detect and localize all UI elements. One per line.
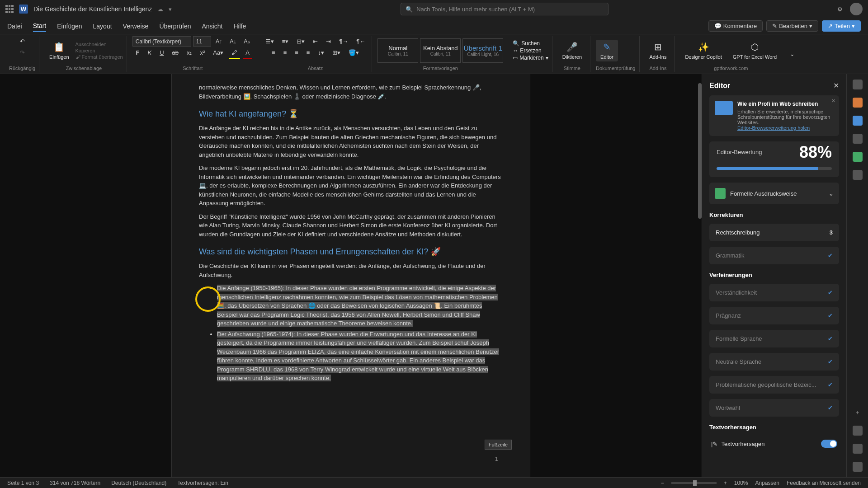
rail-add-icon[interactable]: ＋ xyxy=(853,408,863,418)
rtl-button[interactable]: ¶← xyxy=(354,36,368,47)
user-avatar[interactable] xyxy=(850,3,863,15)
tab-layout[interactable]: Layout xyxy=(93,21,112,32)
clear-format-button[interactable]: Aₓ xyxy=(241,36,253,47)
find-button[interactable]: 🔍 Suchen xyxy=(513,40,548,47)
style-heading1[interactable]: Überschrift 1 Calibri Light, 16 xyxy=(462,38,503,63)
rail-app-icon[interactable] xyxy=(853,170,863,180)
zoom-in-button[interactable]: + xyxy=(724,480,727,486)
word-count[interactable]: 314 von 718 Wörtern xyxy=(50,480,100,486)
feedback-link[interactable]: Feedback an Microsoft senden xyxy=(787,480,861,486)
predictions-toggle[interactable] xyxy=(821,440,837,448)
tab-ueberpruefen[interactable]: Überprüfen xyxy=(159,21,191,32)
tab-verweise[interactable]: Verweise xyxy=(123,21,149,32)
rail-app-icon[interactable] xyxy=(853,462,863,472)
paragraph[interactable]: Die Geschichte der KI kann in vier Phase… xyxy=(199,262,503,279)
refinement-item[interactable]: Prägnanz xyxy=(709,307,839,324)
addins-button[interactable]: ⊞ Add-Ins xyxy=(645,40,671,61)
tab-start[interactable]: Start xyxy=(33,20,47,32)
copy-button[interactable]: Kopieren xyxy=(75,48,123,53)
heading[interactable]: Was sind die wichtigsten Phasen und Erru… xyxy=(199,246,503,258)
undo-button[interactable]: ↶ xyxy=(17,36,28,47)
document-title[interactable]: Die Geschichte der Künstlichen Intellige… xyxy=(33,5,152,13)
format-painter-button[interactable]: 🖌 Format übertragen xyxy=(75,54,123,60)
refinement-item[interactable]: Wortwahl xyxy=(709,399,839,417)
rail-app-icon[interactable] xyxy=(853,426,863,436)
paragraph[interactable]: Die moderne KI begann jedoch erst im 20.… xyxy=(199,164,503,208)
zoom-slider[interactable] xyxy=(671,482,717,484)
writing-style-selector[interactable]: Formelle Ausdrucksweise ⌄ xyxy=(709,183,839,204)
document-canvas[interactable]: normalerweise menschliches Denken, Wisse… xyxy=(0,74,702,477)
refinement-item[interactable]: Formelle Sprache xyxy=(709,330,839,347)
list-item[interactable]: Der Aufschwung (1965-1974): In dieser Ph… xyxy=(217,330,503,383)
font-size-select[interactable] xyxy=(193,36,211,47)
score-card[interactable]: Editor-Bewertung 88% xyxy=(709,141,839,177)
style-normal[interactable]: Normal Calibri, 11 xyxy=(377,38,418,63)
superscript-button[interactable]: x² xyxy=(197,47,208,59)
list-item[interactable]: Die Anfänge (1950-1965): In dieser Phase… xyxy=(217,284,503,328)
shading-button[interactable]: 🪣▾ xyxy=(346,47,362,58)
redo-button[interactable]: ↷ xyxy=(17,47,28,58)
close-icon[interactable]: ✕ xyxy=(833,81,839,90)
language-indicator[interactable]: Deutsch (Deutschland) xyxy=(111,480,166,486)
edit-mode-button[interactable]: ✎ Bearbeiten ▾ xyxy=(766,20,818,32)
app-launcher-icon[interactable] xyxy=(5,5,14,13)
rail-search-icon[interactable] xyxy=(853,80,863,89)
borders-button[interactable]: ⊞▾ xyxy=(330,47,343,58)
strike-button[interactable]: ab xyxy=(170,47,181,59)
gpt-button[interactable]: ⬡ GPT for Excel Word xyxy=(728,40,781,61)
zoom-out-button[interactable]: − xyxy=(661,480,664,486)
rail-app-icon[interactable] xyxy=(853,152,863,162)
ribbon-collapse-button[interactable]: ⌄ xyxy=(787,49,797,59)
justify-button[interactable]: ≡ xyxy=(304,47,313,58)
bold-button[interactable]: F xyxy=(133,47,142,59)
copilot-button[interactable]: ✨ Designer Copilot xyxy=(680,40,726,61)
page[interactable]: normalerweise menschliches Denken, Wisse… xyxy=(171,74,530,477)
search-input[interactable]: 🔍 Nach Tools, Hilfe und mehr suchen (ALT… xyxy=(401,3,609,15)
refinement-item[interactable]: Problematische geopolitische Bezeic... xyxy=(709,376,839,394)
paragraph[interactable]: normalerweise menschliches Denken, Wisse… xyxy=(199,83,503,101)
paragraph[interactable]: Der Begriff "Künstliche Intelligenz" wur… xyxy=(199,212,503,239)
editor-ribbon-button[interactable]: ✎ Editor xyxy=(596,40,618,61)
spelling-item[interactable]: Rechtschreibung 3 xyxy=(709,224,839,241)
tab-datei[interactable]: Datei xyxy=(7,21,22,32)
italic-button[interactable]: K xyxy=(145,47,154,59)
grammar-item[interactable]: Grammatik xyxy=(709,247,839,264)
dropdown-icon[interactable]: ▾ xyxy=(169,6,172,13)
tab-ansicht[interactable]: Ansicht xyxy=(202,21,222,32)
predictions-status[interactable]: Textvorhersagen: Ein xyxy=(177,480,228,486)
rail-app-icon[interactable] xyxy=(853,116,863,126)
grow-font-button[interactable]: A↑ xyxy=(213,36,225,47)
cut-button[interactable]: Ausschneiden xyxy=(75,42,123,47)
paragraph[interactable]: Die Anfänge der KI reichen bis in die An… xyxy=(199,124,503,159)
select-button[interactable]: ▭ Markieren ▾ xyxy=(513,55,548,61)
line-spacing-button[interactable]: ↕▾ xyxy=(315,47,327,58)
promo-close-icon[interactable]: ✕ xyxy=(831,98,835,104)
font-color-button[interactable]: A xyxy=(243,47,252,59)
comments-button[interactable]: 💬 Kommentare xyxy=(708,20,763,32)
style-nospace[interactable]: Kein Abstand Calibri, 11 xyxy=(420,38,461,63)
page-indicator[interactable]: Seite 1 von 3 xyxy=(7,480,39,486)
scrollbar-thumb[interactable] xyxy=(698,83,702,219)
multilevel-button[interactable]: ⊟▾ xyxy=(294,36,307,47)
refinement-item[interactable]: Neutrale Sprache xyxy=(709,353,839,371)
subscript-button[interactable]: x₂ xyxy=(184,47,195,59)
highlight-button[interactable]: 🖍 xyxy=(229,47,240,59)
indent-button[interactable]: ⇥ xyxy=(323,36,334,47)
replace-button[interactable]: ↔ Ersetzen xyxy=(513,47,548,54)
promo-link[interactable]: Editor-Browsererweiterung holen xyxy=(737,125,810,131)
underline-button[interactable]: U xyxy=(157,47,166,59)
rail-app-icon[interactable] xyxy=(853,134,863,144)
align-left-button[interactable]: ≡ xyxy=(269,47,278,58)
bullets-button[interactable]: ☰▾ xyxy=(263,36,277,47)
shrink-font-button[interactable]: A↓ xyxy=(227,36,239,47)
settings-icon[interactable]: ⚙ xyxy=(837,6,843,13)
tab-einfuegen[interactable]: Einfügen xyxy=(57,21,82,32)
share-button[interactable]: ↗ Teilen ▾ xyxy=(822,20,861,32)
numbering-button[interactable]: ≡▾ xyxy=(279,36,292,47)
paste-button[interactable]: 📋 Einfügen xyxy=(45,40,73,61)
dictate-button[interactable]: 🎤 Diktieren xyxy=(558,40,586,61)
tab-hilfe[interactable]: Hilfe xyxy=(233,21,246,32)
zoom-level[interactable]: 100% xyxy=(734,480,748,486)
heading[interactable]: Wie hat KI angefangen? ⏳ xyxy=(199,108,503,120)
fit-button[interactable]: Anpassen xyxy=(755,480,779,486)
